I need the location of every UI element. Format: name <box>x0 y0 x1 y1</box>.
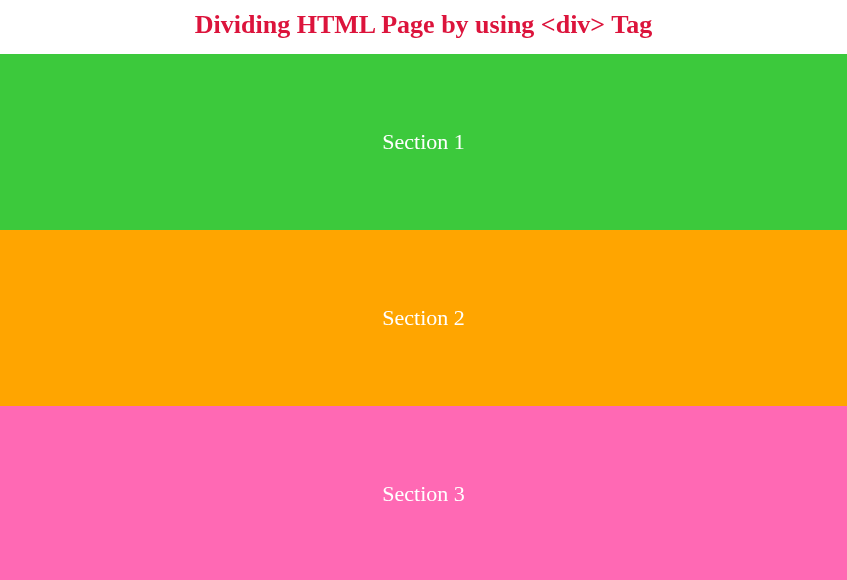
section-2: Section 2 <box>0 230 847 406</box>
sections-container: Section 1 Section 2 Section 3 <box>0 54 847 580</box>
section-3: Section 3 <box>0 406 847 580</box>
section-1: Section 1 <box>0 54 847 230</box>
section-2-label: Section 2 <box>382 305 465 331</box>
section-3-label: Section 3 <box>382 481 465 507</box>
section-1-label: Section 1 <box>382 129 465 155</box>
page-title: Dividing HTML Page by using <div> Tag <box>0 0 847 54</box>
